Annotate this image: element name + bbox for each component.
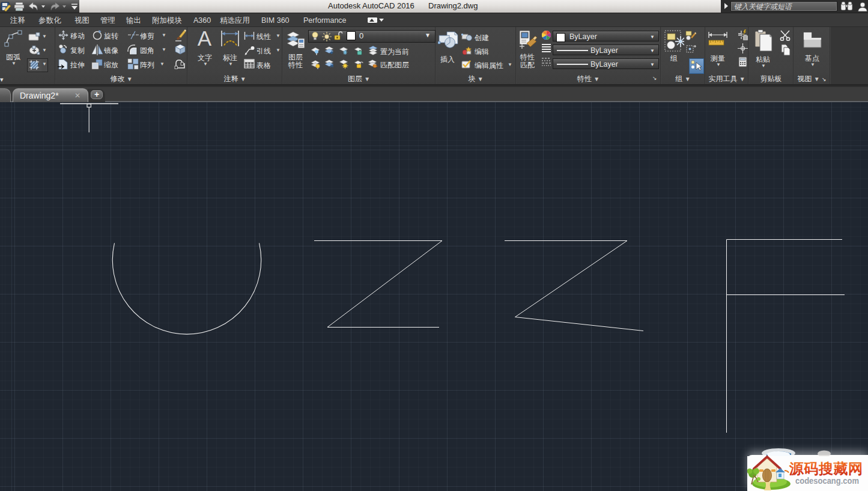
svg-text:codesocang.com: codesocang.com — [795, 476, 859, 486]
svg-text:源码搜藏网: 源码搜藏网 — [789, 460, 863, 477]
